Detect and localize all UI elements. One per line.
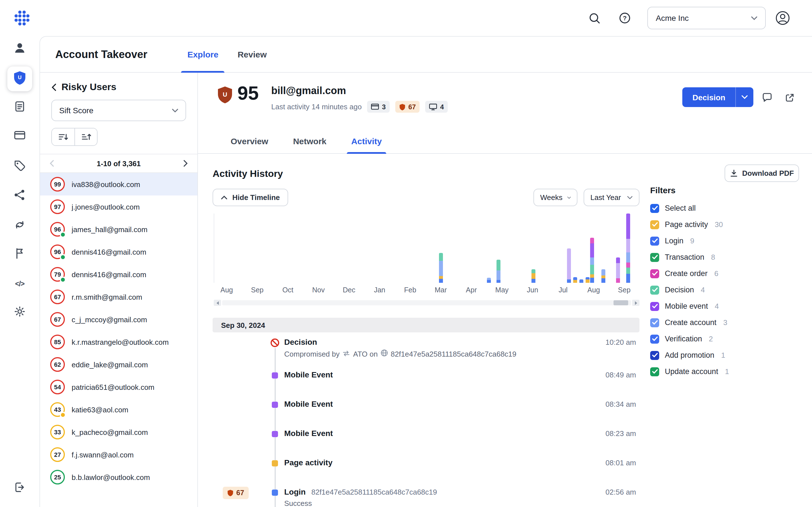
decision-button[interactable]: Decision (682, 87, 754, 107)
filter-row-select-all[interactable]: Select all (650, 200, 808, 216)
rail-item-console-users[interactable] (8, 38, 31, 60)
filter-row-transaction[interactable]: Transaction8 (650, 249, 808, 265)
filter-row-decision[interactable]: Decision4 (650, 282, 808, 298)
risky-user-row[interactable]: 85k.r.mastrangelo@outlook.com (40, 331, 197, 353)
user-email: c_j_mccoy@gmail.com (71, 315, 147, 324)
event-marker-icon (272, 402, 278, 408)
chart-bar (626, 214, 630, 283)
scroll-left-button[interactable] (214, 300, 221, 306)
rail-item-review-flags[interactable] (8, 243, 31, 266)
filter-row-page-activity[interactable]: Page activity30 (650, 216, 808, 233)
risky-user-row[interactable]: 27f.j.swann@aol.com (40, 443, 197, 466)
search-icon[interactable] (587, 10, 602, 26)
checkbox-checked-icon[interactable] (650, 269, 659, 278)
help-icon[interactable]: ? (617, 10, 633, 26)
rail-item-settings[interactable] (8, 301, 31, 324)
timeline-event-mobile_event[interactable]: Mobile Event08:49 am (213, 370, 640, 399)
filter-row-login[interactable]: Login9 (650, 233, 808, 249)
risky-user-row[interactable]: 33k_pacheco@gmail.com (40, 421, 197, 443)
sift-logo[interactable] (11, 7, 33, 29)
chart-segment-create_order (626, 263, 630, 268)
scrollbar-track[interactable] (222, 300, 631, 305)
user-score-shield-icon: U (216, 86, 234, 107)
range-select[interactable]: Last Year (583, 189, 640, 206)
risky-user-row[interactable]: 67r.m.smith@gmail.com (40, 286, 197, 308)
user-email: eddie_lake@gmail.com (71, 360, 148, 369)
filter-row-create-order[interactable]: Create order6 (650, 265, 808, 282)
rail-item-payments[interactable] (8, 125, 31, 148)
filter-row-create-account[interactable]: Create account3 (650, 314, 808, 331)
risky-user-row[interactable]: 54patricia651@outlook.com (40, 376, 197, 398)
timeline-event-login[interactable]: 67Login82f1e47e5a25811185ca648c7ca68c19S… (213, 487, 640, 507)
download-pdf-button[interactable]: Download PDF (725, 165, 799, 182)
checkbox-checked-icon[interactable] (650, 318, 659, 327)
checkbox-checked-icon[interactable] (650, 351, 659, 360)
risky-user-row[interactable]: 96james_hall@gmail.com (40, 218, 197, 240)
filter-row-add-promotion[interactable]: Add promotion1 (650, 347, 808, 363)
hide-timeline-button[interactable]: Hide Timeline (213, 189, 289, 206)
timeline-event-mobile_event[interactable]: Mobile Event08:34 am (213, 399, 640, 429)
checkbox-checked-icon[interactable] (650, 302, 659, 311)
risky-user-row[interactable]: 97j.jones@outlook.com (40, 195, 197, 218)
comment-icon[interactable] (760, 90, 774, 105)
rail-item-developer[interactable]: </> (8, 272, 31, 295)
account-avatar[interactable] (775, 10, 791, 26)
timeline-event-page_activity[interactable]: Page activity08:01 am (213, 458, 640, 487)
payment-methods-badge[interactable]: 3 (367, 101, 390, 113)
risky-user-row[interactable]: 43katie63@aol.com (40, 398, 197, 421)
next-page-button[interactable] (181, 159, 190, 168)
risky-user-row[interactable]: 25b.b.lawlor@outlook.com (40, 466, 197, 489)
scroll-right-button[interactable] (632, 300, 640, 306)
sort-field-select[interactable]: Sift Score (51, 100, 186, 121)
timeline-event-mobile_event[interactable]: Mobile Event08:23 am (213, 429, 640, 458)
checkbox-checked-icon[interactable] (650, 236, 659, 245)
risk-score-badge[interactable]: 67 (395, 101, 420, 113)
tab-explore[interactable]: Explore (178, 37, 228, 72)
event-title: Decision (284, 337, 636, 346)
filter-row-update-account[interactable]: Update account1 (650, 363, 808, 380)
devices-badge[interactable]: 4 (425, 101, 448, 113)
chart-segment-login (580, 279, 583, 283)
rail-item-workflows[interactable] (8, 215, 31, 237)
open-external-icon[interactable] (782, 90, 797, 105)
filter-row-verification[interactable]: Verification2 (650, 331, 808, 347)
chart-segment-page_activity (573, 280, 577, 283)
checkbox-checked-icon[interactable] (650, 204, 659, 213)
rail-item-connections[interactable] (8, 185, 31, 207)
risky-user-row[interactable]: 79dennis416@gmail.com (40, 263, 197, 286)
tab-network[interactable]: Network (293, 136, 326, 153)
activity-timeline-chart (214, 214, 640, 283)
rail-item-logout[interactable] (8, 477, 31, 500)
checkbox-checked-icon[interactable] (650, 285, 659, 294)
sort-ascending-button[interactable] (74, 128, 97, 145)
chart-segment-login (591, 278, 594, 283)
timeline-event-decision[interactable]: DecisionCompromised by ATO on 82f1e47e5a… (213, 337, 640, 370)
tab-review[interactable]: Review (228, 37, 276, 72)
rail-item-promotions[interactable] (8, 156, 31, 178)
sort-descending-button[interactable] (52, 128, 74, 145)
risky-user-row[interactable]: 99iva838@outlook.com (40, 173, 197, 195)
tab-overview[interactable]: Overview (231, 136, 268, 153)
prev-page-button[interactable] (47, 159, 56, 168)
tab-activity[interactable]: Activity (351, 136, 382, 153)
interval-select[interactable]: Weeks (534, 189, 577, 206)
month-label: Mar (435, 286, 447, 294)
rail-item-queues[interactable] (8, 96, 31, 119)
filter-count: 4 (715, 302, 719, 311)
risky-user-row[interactable]: 67c_j_mccoy@gmail.com (40, 308, 197, 331)
checkbox-checked-icon[interactable] (650, 252, 659, 262)
event-time: 10:20 am (606, 338, 636, 346)
rail-item-account-takeover[interactable]: U (7, 66, 32, 91)
filter-row-mobile-event[interactable]: Mobile event4 (650, 298, 808, 314)
risky-users-back[interactable]: Risky Users (51, 82, 186, 93)
checkbox-checked-icon[interactable] (650, 367, 659, 376)
risky-user-row[interactable]: 62eddie_lake@gmail.com (40, 353, 197, 376)
checkbox-checked-icon[interactable] (650, 334, 659, 343)
scrollbar-thumb[interactable] (613, 300, 628, 305)
org-selector[interactable]: Acme Inc (647, 7, 766, 29)
checkbox-checked-icon[interactable] (650, 220, 659, 229)
user-email: j.jones@outlook.com (71, 203, 140, 211)
decision-dropdown-caret[interactable] (736, 95, 754, 99)
risky-user-row[interactable]: 96dennis416@gmail.com (40, 240, 197, 263)
month-label: Aug (587, 286, 600, 294)
